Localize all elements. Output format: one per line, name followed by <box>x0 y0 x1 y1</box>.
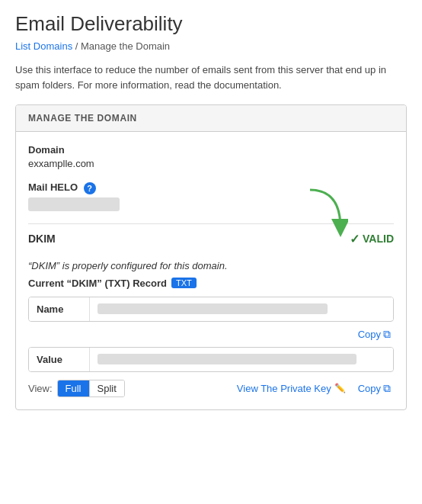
list-domains-link[interactable]: List Domains <box>15 40 72 52</box>
value-value-bar <box>98 354 356 364</box>
copy-icon-1: ⧉ <box>383 328 391 341</box>
checkmark-icon: ✓ <box>350 232 360 246</box>
view-btn-group: Full Split <box>57 380 125 397</box>
breadcrumb: List Domains / Manage the Domain <box>15 40 407 52</box>
full-view-button[interactable]: Full <box>58 380 90 396</box>
current-record-label: Current “DKIM” (TXT) Record TXT <box>28 278 394 289</box>
domain-label: Domain <box>28 144 394 156</box>
name-row: Name <box>29 297 393 321</box>
txt-badge: TXT <box>171 278 197 288</box>
private-key-link[interactable]: View The Private Key ✏️ <box>237 383 346 394</box>
name-col-label: Name <box>29 297 90 321</box>
page-description: Use this interface to reduce the number … <box>15 63 407 92</box>
copy-icon-2: ⧉ <box>383 382 391 395</box>
view-group: View: Full Split <box>28 380 125 397</box>
domain-field: Domain exxamplle.com <box>28 144 394 169</box>
name-value-bar <box>98 303 328 314</box>
dkim-status: ✓ VALID <box>350 232 394 246</box>
name-col-value <box>90 297 393 320</box>
dkim-row: DKIM ✓ VALID <box>28 223 394 254</box>
dkim-label: DKIM <box>28 233 56 245</box>
dkim-description: “DKIM” is properly configured for this d… <box>28 260 394 271</box>
edit-icon: ✏️ <box>334 383 346 393</box>
domain-value: exxamplle.com <box>28 158 394 169</box>
value-record-row: Value <box>28 347 394 372</box>
right-actions: View The Private Key ✏️ Copy ⧉ <box>237 380 394 396</box>
copy-button-1[interactable]: Copy ⧉ <box>355 326 394 342</box>
copy-row-1: Copy ⧉ <box>28 326 394 342</box>
mail-helo-value-bar <box>28 197 120 211</box>
green-arrow-icon <box>302 186 348 239</box>
value-col-value <box>90 348 393 371</box>
value-col-label: Value <box>29 348 90 371</box>
card-body: Domain exxamplle.com Mail HELO ? DKIM <box>16 132 406 409</box>
copy-button-2[interactable]: Copy ⧉ <box>355 380 394 396</box>
mail-helo-help-icon[interactable]: ? <box>84 182 96 194</box>
arrow-container <box>302 186 348 242</box>
breadcrumb-current: Manage the Domain <box>81 40 170 52</box>
view-label: View: <box>28 383 53 394</box>
breadcrumb-separator: / <box>75 40 81 52</box>
manage-domain-card: MANAGE THE DOMAIN Domain exxamplle.com M… <box>15 104 407 410</box>
split-view-button[interactable]: Split <box>90 380 124 396</box>
bottom-toolbar: View: Full Split View The Private Key ✏️… <box>28 380 394 397</box>
card-header: MANAGE THE DOMAIN <box>16 105 406 132</box>
name-record-row: Name <box>28 297 394 322</box>
page-title: Email Deliverability <box>15 12 407 36</box>
